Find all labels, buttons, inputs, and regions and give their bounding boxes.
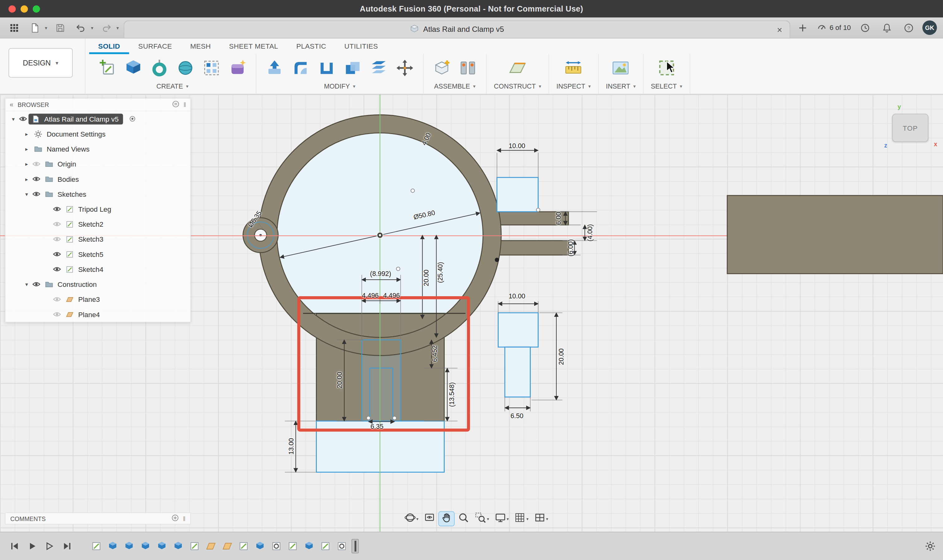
- undo-icon[interactable]: [73, 21, 89, 35]
- help-icon[interactable]: ?: [901, 21, 917, 35]
- ribbon-tab-sheet-metal[interactable]: SHEET METAL: [220, 38, 287, 54]
- nav-orbit-button[interactable]: ▾: [402, 512, 420, 526]
- dimension-label[interactable]: 4.496: [383, 292, 400, 299]
- tool-shell-icon[interactable]: [316, 57, 338, 78]
- eye-hidden-icon[interactable]: [51, 220, 62, 228]
- browser-item-construction[interactable]: ▾Construction: [5, 277, 190, 292]
- workspace-selector[interactable]: DESIGN ▾: [8, 48, 73, 78]
- eye-hidden-icon[interactable]: [51, 235, 62, 243]
- timeline-feature-sketch-7[interactable]: [188, 539, 200, 552]
- timeline-feature-extrude-5[interactable]: [155, 539, 168, 552]
- view-cube[interactable]: TOP y x z: [892, 114, 929, 142]
- dimension-label[interactable]: (25.40): [436, 262, 443, 283]
- timeline-go-to-start-button[interactable]: [7, 539, 22, 553]
- panel-menu-insert[interactable]: INSERT▾: [606, 82, 636, 89]
- tool-measure-icon[interactable]: [563, 57, 585, 78]
- collapse-panel-icon[interactable]: «: [10, 101, 14, 108]
- timeline-feature-sketch-10[interactable]: [238, 539, 250, 552]
- file-menu-caret-icon[interactable]: ▾: [45, 25, 48, 30]
- document-counter[interactable]: 6 of 10: [817, 22, 851, 33]
- traffic-lights[interactable]: [8, 5, 40, 12]
- dimension-label[interactable]: 4.496: [362, 292, 379, 299]
- tool-offset-face-icon[interactable]: [368, 57, 390, 78]
- activate-component-radio[interactable]: [128, 115, 136, 123]
- dimension-label[interactable]: 6.50: [511, 412, 524, 419]
- browser-item-origin[interactable]: ▸Origin: [5, 157, 190, 171]
- disclosure-expanded-icon[interactable]: ▾: [23, 281, 31, 287]
- disclosure-collapsed-icon[interactable]: ▸: [23, 131, 31, 137]
- timeline-play-button[interactable]: [25, 539, 40, 553]
- nav-pan-button[interactable]: [439, 512, 454, 526]
- dimension-label[interactable]: 6.00: [554, 212, 561, 225]
- disclosure-collapsed-icon[interactable]: ▸: [23, 161, 31, 167]
- close-tab-icon[interactable]: ×: [777, 25, 782, 34]
- panel-grip-icon[interactable]: ‖: [184, 102, 186, 108]
- zoom-window-button[interactable]: [33, 5, 40, 12]
- eye-hidden-icon[interactable]: [51, 295, 62, 303]
- tool-new-component-icon[interactable]: [431, 57, 453, 78]
- dimension-label[interactable]: 20.00: [423, 270, 430, 286]
- tool-create-form-icon[interactable]: [227, 57, 249, 78]
- timeline-go-to-end-button[interactable]: [60, 539, 75, 553]
- browser-item-named-views[interactable]: ▸Named Views: [5, 141, 190, 156]
- browser-item-atlas-rail-and-clamp-v5[interactable]: ▾Atlas Rail and Clamp v5: [5, 111, 190, 126]
- timeline-feature-extrude-3[interactable]: [123, 539, 135, 552]
- dimension-label[interactable]: (8.992): [370, 270, 391, 277]
- timeline-feature-extrude-14[interactable]: [303, 539, 315, 552]
- tool-insert-canvas-icon[interactable]: [610, 57, 632, 78]
- disclosure-collapsed-icon[interactable]: ▸: [23, 176, 31, 182]
- nav-zoom-window-button[interactable]: ▾: [473, 512, 491, 526]
- ribbon-tab-surface[interactable]: SURFACE: [129, 38, 181, 54]
- browser-item-sketch3[interactable]: Sketch3: [5, 232, 190, 247]
- panel-menu-construct[interactable]: CONSTRUCT▾: [494, 82, 541, 89]
- ribbon-tab-plastic[interactable]: PLASTIC: [287, 38, 335, 54]
- eye-visible-icon[interactable]: [51, 250, 62, 258]
- redo-icon[interactable]: [98, 21, 114, 35]
- tool-construction-plane-icon[interactable]: [507, 57, 529, 78]
- comments-panel[interactable]: COMMENTS ‖: [5, 512, 191, 525]
- avatar[interactable]: GK: [922, 21, 937, 35]
- timeline-feature-sketch-1[interactable]: [91, 539, 103, 552]
- tool-press-pull-icon[interactable]: [263, 57, 285, 78]
- dimension-label[interactable]: 13.00: [287, 438, 294, 455]
- panel-menu-select[interactable]: SELECT▾: [651, 82, 682, 89]
- tool-fillet-icon[interactable]: [290, 57, 312, 78]
- close-window-button[interactable]: [8, 5, 15, 12]
- dimension-label[interactable]: (4.00): [586, 224, 593, 242]
- dimension-label[interactable]: 20.00: [336, 372, 343, 389]
- dimension-label[interactable]: 6.452: [431, 346, 438, 362]
- job-status-icon[interactable]: [857, 21, 873, 35]
- disclosure-collapsed-icon[interactable]: ▸: [23, 146, 31, 152]
- save-icon[interactable]: [52, 21, 68, 35]
- dimension-label[interactable]: (13.548): [448, 382, 455, 407]
- dimension-label[interactable]: 10.00: [509, 292, 525, 300]
- dimension-label[interactable]: (6.00): [567, 239, 574, 256]
- nav-display-settings-button[interactable]: ▾: [493, 512, 511, 526]
- new-tab-icon[interactable]: [795, 21, 811, 35]
- undo-caret-icon[interactable]: ▾: [91, 25, 94, 30]
- disclosure-expanded-icon[interactable]: ▾: [23, 191, 31, 197]
- tool-create-sketch-icon[interactable]: [96, 57, 118, 78]
- tool-extrude-icon[interactable]: [123, 57, 145, 78]
- timeline-feature-plane-8[interactable]: [205, 539, 217, 552]
- redo-caret-icon[interactable]: ▾: [116, 25, 119, 30]
- timeline-feature-extrude-4[interactable]: [139, 539, 152, 552]
- tool-revolve-icon[interactable]: [148, 57, 170, 78]
- dimension-label[interactable]: 6.35: [371, 423, 383, 430]
- nav-viewports-button[interactable]: ▾: [532, 512, 550, 526]
- tool-joint-icon[interactable]: [457, 57, 479, 78]
- add-comment-icon[interactable]: [172, 514, 179, 523]
- comments-grip-icon[interactable]: ‖: [183, 515, 186, 522]
- dimension-label[interactable]: 20.00: [558, 348, 565, 365]
- eye-visible-icon[interactable]: [31, 280, 42, 288]
- tool-move-icon[interactable]: [394, 57, 416, 78]
- dimension-label[interactable]: 4.00: [420, 132, 432, 146]
- tool-sweep-icon[interactable]: [175, 57, 197, 78]
- panel-menu-modify[interactable]: MODIFY▾: [324, 82, 355, 89]
- tool-combine-icon[interactable]: [342, 57, 364, 78]
- panel-menu-icon[interactable]: [172, 100, 179, 109]
- timeline-step-forward-button[interactable]: [42, 539, 57, 553]
- browser-item-document-settings[interactable]: ▸Document Settings: [5, 126, 190, 141]
- eye-visible-icon[interactable]: [51, 265, 62, 274]
- timeline-feature-hole-16[interactable]: [336, 539, 348, 552]
